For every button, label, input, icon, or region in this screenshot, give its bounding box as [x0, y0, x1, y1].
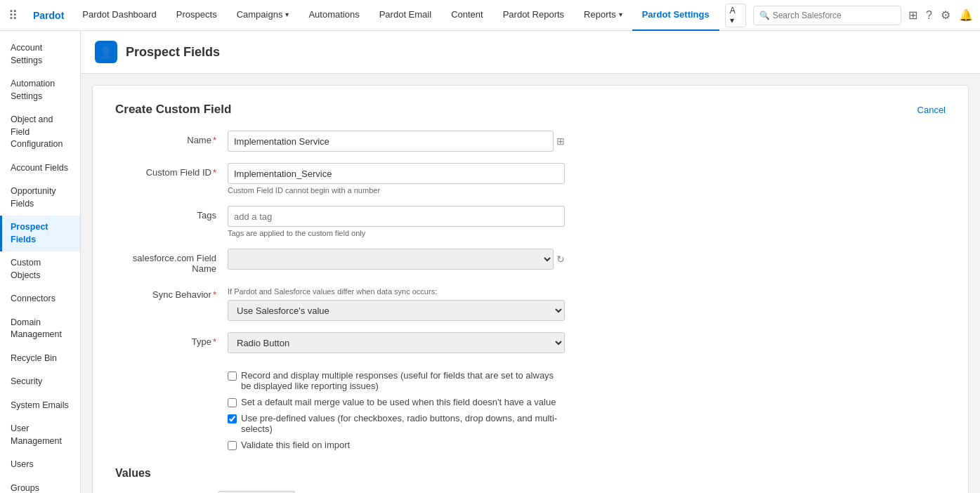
- nav-campaigns[interactable]: Campaigns ▾: [227, 0, 299, 31]
- checkboxes-control: Record and display multiple responses (u…: [228, 364, 565, 450]
- checkboxes-label-spacer: [115, 364, 228, 369]
- checkbox-label-0: Record and display multiple responses (u…: [241, 370, 565, 391]
- type-label: Type: [115, 332, 228, 347]
- checkbox-item-2: Use pre-defined values (for checkboxes, …: [228, 413, 565, 434]
- sidebar-item-automation-settings[interactable]: Automation Settings: [0, 72, 80, 108]
- custom-field-id-label: Custom Field ID: [115, 163, 228, 178]
- sidebar-item-connectors[interactable]: Connectors: [0, 287, 80, 311]
- sidebar: Account Settings Automation Settings Obj…: [0, 31, 81, 493]
- checkbox-item-3: Validate this field on import: [228, 440, 565, 450]
- sync-behavior-label: Sync Behavior: [115, 285, 228, 300]
- form-container: Create Custom Field Cancel Name ⊞ Custom…: [92, 85, 969, 493]
- nav-automations[interactable]: Automations: [299, 0, 369, 31]
- top-bar-icons: ⊞ ? ⚙ 🔔 U: [908, 6, 980, 25]
- sf-field-control: ↻: [228, 249, 565, 270]
- top-bar-right: A ▾ 🔍 ⊞ ? ⚙ 🔔 U ✏: [725, 4, 980, 27]
- name-row: Name ⊞: [115, 131, 946, 152]
- sync-behavior-row: Sync Behavior If Pardot and Salesforce v…: [115, 285, 946, 321]
- sync-behavior-select[interactable]: Use Salesforce's value: [228, 300, 565, 321]
- sync-behavior-control: If Pardot and Salesforce values differ w…: [228, 285, 565, 321]
- sync-behavior-help: If Pardot and Salesforce values differ w…: [228, 287, 565, 296]
- tags-control: Tags are applied to the custom field onl…: [228, 206, 565, 237]
- checkbox-2[interactable]: [228, 414, 237, 423]
- tags-label: Tags: [115, 206, 228, 221]
- custom-field-id-control: Custom Field ID cannot begin with a numb…: [228, 163, 565, 195]
- checkbox-0[interactable]: [228, 372, 237, 381]
- page-title: Prospect Fields: [126, 45, 220, 60]
- type-select[interactable]: Radio Button: [228, 332, 565, 353]
- sidebar-item-security[interactable]: Security: [0, 370, 80, 394]
- sidebar-item-domain-management[interactable]: Domain Management: [0, 311, 80, 347]
- help-icon[interactable]: ?: [926, 9, 932, 22]
- sidebar-item-recycle-bin[interactable]: Recycle Bin: [0, 347, 80, 371]
- notification-icon[interactable]: 🔔: [959, 8, 973, 22]
- search-icon: 🔍: [759, 11, 770, 20]
- nav-prospects[interactable]: Prospects: [166, 0, 227, 31]
- tags-row: Tags Tags are applied to the custom fiel…: [115, 206, 946, 237]
- app-body: Account Settings Automation Settings Obj…: [0, 31, 980, 493]
- main-nav: Pardot Dashboard Prospects Campaigns ▾ A…: [72, 0, 719, 31]
- checkbox-group: Record and display multiple responses (u…: [228, 370, 565, 450]
- top-cancel-link[interactable]: Cancel: [917, 105, 946, 115]
- person-icon: 👤: [99, 46, 113, 59]
- sidebar-item-groups[interactable]: Groups: [0, 477, 80, 494]
- checkbox-3[interactable]: [228, 441, 237, 450]
- sidebar-item-object-field-config[interactable]: Object and Field Configuration: [0, 108, 80, 157]
- sidebar-item-custom-objects[interactable]: Custom Objects: [0, 251, 80, 287]
- form-title: Create Custom Field: [115, 103, 231, 117]
- sidebar-item-prospect-fields[interactable]: Prospect Fields: [0, 216, 80, 251]
- a-switcher[interactable]: A ▾: [725, 4, 746, 27]
- nav-pardot-settings[interactable]: Pardot Settings: [632, 0, 719, 31]
- checkbox-item-1: Set a default mail merge value to be use…: [228, 397, 565, 407]
- checkbox-label-1: Set a default mail merge value to be use…: [241, 397, 556, 407]
- type-control: Radio Button: [228, 332, 565, 353]
- page-header: 👤 Prospect Fields: [81, 31, 980, 74]
- name-field-wrapper: ⊞: [228, 131, 565, 152]
- nav-reports[interactable]: Reports ▾: [574, 0, 632, 31]
- sf-field-select[interactable]: [228, 249, 554, 270]
- values-title: Values: [115, 467, 946, 480]
- form-title-row: Create Custom Field Cancel: [115, 103, 946, 117]
- sidebar-item-account-settings[interactable]: Account Settings: [0, 37, 80, 72]
- checkbox-item-0: Record and display multiple responses (u…: [228, 370, 565, 391]
- name-input[interactable]: [228, 131, 554, 152]
- nav-content[interactable]: Content: [441, 0, 493, 31]
- search-box[interactable]: 🔍: [753, 6, 901, 25]
- sf-field-label: salesforce.com Field Name: [115, 249, 228, 274]
- top-bar: ⠿ Pardot Pardot Dashboard Prospects Camp…: [0, 0, 980, 31]
- sidebar-item-user-management[interactable]: User Management: [0, 417, 80, 453]
- custom-field-id-help: Custom Field ID cannot begin with a numb…: [228, 186, 565, 195]
- checkbox-label-3: Validate this field on import: [241, 440, 350, 450]
- custom-field-id-input[interactable]: [228, 163, 565, 184]
- page-header-icon: 👤: [95, 41, 117, 63]
- tags-input[interactable]: [228, 206, 565, 227]
- expand-icon: ⊞: [556, 136, 565, 147]
- search-input[interactable]: [773, 11, 895, 20]
- sidebar-item-account-fields[interactable]: Account Fields: [0, 157, 80, 180]
- main-content: 👤 Prospect Fields Create Custom Field Ca…: [81, 31, 980, 493]
- tags-help: Tags are applied to the custom field onl…: [228, 229, 565, 237]
- sidebar-item-users[interactable]: Users: [0, 453, 80, 477]
- sf-field-row: salesforce.com Field Name ↻: [115, 249, 946, 274]
- name-control: ⊞: [228, 131, 565, 152]
- values-section: Values Prefill with ✛ ⠿ A ⠿: [115, 467, 946, 493]
- nav-pardot-dashboard[interactable]: Pardot Dashboard: [72, 0, 166, 31]
- setup-icon[interactable]: ⚙: [941, 8, 950, 22]
- custom-field-id-row: Custom Field ID Custom Field ID cannot b…: [115, 163, 946, 195]
- sidebar-item-system-emails[interactable]: System Emails: [0, 394, 80, 418]
- checkboxes-row: Record and display multiple responses (u…: [115, 364, 946, 450]
- checkbox-label-2: Use pre-defined values (for checkboxes, …: [241, 413, 565, 434]
- app-name: Pardot: [33, 10, 64, 21]
- sidebar-item-opportunity-fields[interactable]: Opportunity Fields: [0, 180, 80, 216]
- type-row: Type Radio Button: [115, 332, 946, 353]
- grid-icon[interactable]: ⊞: [908, 8, 917, 22]
- nav-pardot-email[interactable]: Pardot Email: [370, 0, 441, 31]
- sf-field-inner: ↻: [228, 249, 565, 270]
- name-label: Name: [115, 131, 228, 145]
- refresh-icon[interactable]: ↻: [556, 254, 565, 265]
- app-launcher-icon[interactable]: ⠿: [8, 8, 18, 23]
- nav-pardot-reports[interactable]: Pardot Reports: [493, 0, 574, 31]
- checkbox-1[interactable]: [228, 398, 237, 407]
